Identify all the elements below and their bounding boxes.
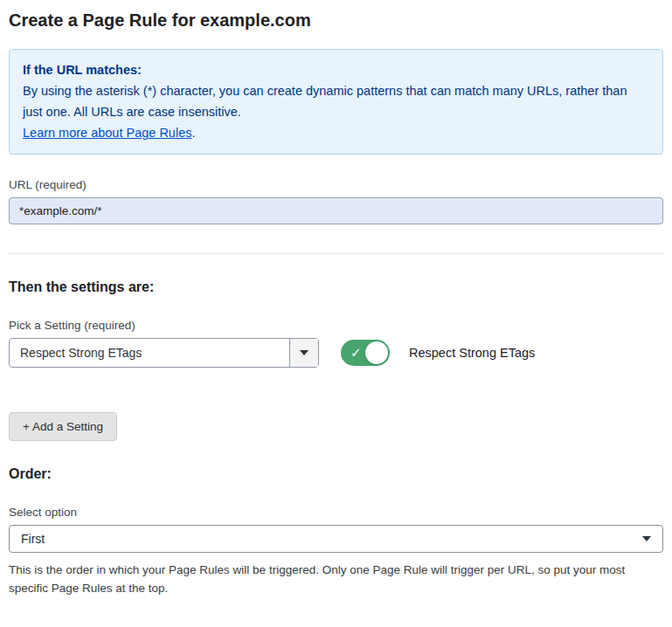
page-title: Create a Page Rule for example.com [9, 10, 663, 31]
setting-select-value: Respect Strong ETags [10, 339, 289, 367]
toggle-group: ✓ Respect Strong ETags [341, 340, 535, 366]
add-setting-button[interactable]: + Add a Setting [9, 412, 117, 441]
pick-setting-label: Pick a Setting (required) [9, 319, 663, 332]
url-match-info-box: If the URL matches: By using the asteris… [9, 49, 663, 155]
setting-row: Respect Strong ETags ✓ Respect Strong ET… [9, 338, 663, 368]
caret-down-icon [642, 536, 651, 541]
info-box-body: By using the asterisk (*) character, you… [23, 80, 639, 122]
info-box-heading: If the URL matches: [23, 59, 649, 80]
caret-down-icon [300, 350, 308, 355]
order-select[interactable]: First [9, 525, 663, 553]
section-divider [9, 253, 663, 254]
check-icon: ✓ [350, 345, 362, 361]
order-section-heading: Order: [9, 466, 663, 482]
setting-select[interactable]: Respect Strong ETags [9, 338, 319, 368]
info-box-link-line: Learn more about Page Rules. [23, 122, 649, 143]
order-select-label: Select option [9, 506, 663, 519]
url-input[interactable] [9, 197, 663, 224]
toggle-label: Respect Strong ETags [409, 346, 535, 360]
learn-more-link[interactable]: Learn more about Page Rules [23, 126, 191, 140]
url-field-label: URL (required) [9, 178, 663, 191]
order-help-text: This is the order in which your Page Rul… [9, 561, 660, 597]
link-suffix: . [191, 126, 195, 140]
respect-strong-etags-toggle[interactable]: ✓ [341, 340, 390, 366]
setting-select-arrow-button[interactable] [289, 339, 318, 367]
settings-section-heading: Then the settings are: [9, 279, 663, 295]
toggle-knob [365, 341, 388, 364]
page-rule-form: Create a Page Rule for example.com If th… [0, 0, 672, 627]
order-select-value: First [21, 532, 45, 546]
